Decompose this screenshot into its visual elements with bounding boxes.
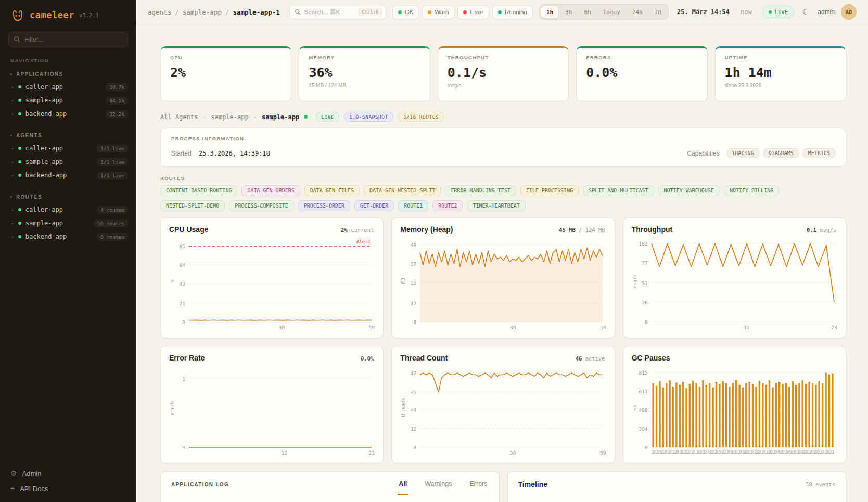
sidebar-item-backend-app[interactable]: ▸ backend-app 32.2k (0, 107, 136, 121)
status-dot (398, 10, 402, 14)
sidebar-section-header[interactable]: APPLICATIONS (0, 70, 136, 80)
sidebar-item-sample-app[interactable]: ▸ sample-app 16 routes (0, 216, 136, 230)
tab-errors[interactable]: Errors (468, 480, 488, 495)
tab-all[interactable]: All (398, 480, 408, 495)
x-tick-label: 23 (831, 325, 837, 330)
search-icon (14, 36, 20, 43)
agent-crumb[interactable]: sample-app (211, 113, 248, 121)
status-filter-running[interactable]: Running (492, 5, 533, 19)
search-input[interactable]: Search... ⌘K Ctrl+K (289, 5, 386, 19)
time-range-today[interactable]: Today (597, 6, 626, 18)
y-tick-label: 611 (639, 389, 647, 394)
sidebar-item-backend-app[interactable]: ▸ backend-app 1/1 live (0, 169, 136, 182)
time-range-6h[interactable]: 6h (578, 6, 596, 18)
sidebar-section-header[interactable]: AGENTS (0, 131, 136, 141)
chart-plot: 0122537493059 (420, 240, 603, 322)
status-filter-label: OK (405, 9, 414, 15)
route-chip-route2[interactable]: ROUTE2 (432, 200, 463, 211)
chart-card-gc-pauses: GC Pauses ms 020440861181520:28:0820:28:… (623, 346, 846, 464)
chart-canvas (189, 368, 372, 447)
chevron-right-icon: ▸ (11, 98, 14, 103)
x-tick-label: 12 (744, 325, 749, 330)
stats-row: CPU 2% MEMORY 36% 45 MB / 124 MB THROUGH… (160, 46, 846, 101)
time-range-3h[interactable]: 3h (559, 6, 578, 18)
route-chip-notify-billing[interactable]: NOTIFY-BILLING (724, 185, 779, 196)
admin-label: Admin (22, 470, 42, 478)
sidebar-item-caller-app[interactable]: ▸ caller-app 1/1 live (0, 141, 136, 155)
breadcrumb-item-sample-app-1[interactable]: sample-app-1 (233, 8, 279, 16)
timeline-title: Timeline (518, 480, 548, 488)
breadcrumb-item-sample-app[interactable]: sample-app (183, 8, 222, 16)
chart-card-cpu-usage: CPU Usage 2% current % 021436485Alert305… (160, 217, 384, 338)
logo[interactable]: cameleer v3.2.1 (0, 0, 136, 28)
sidebar-section-header[interactable]: ROUTES (0, 192, 136, 203)
sidebar-section: AGENTS ▸ caller-app 1/1 live ▸ sample-ap… (0, 131, 136, 182)
date-text: 25. März (677, 8, 707, 16)
sidebar-item-api-docs[interactable]: ≡ API Docs (10, 484, 126, 493)
menu-icon: ≡ (10, 484, 15, 493)
dark-mode-toggle[interactable]: ☾ (800, 6, 811, 18)
timeline-card: Timeline 50 events (507, 471, 847, 502)
time-window-display[interactable]: 25. März 14:54 — now (677, 8, 752, 16)
breadcrumb: agents/sample-app/sample-app-1 (148, 8, 280, 16)
route-chip-notify-warehouse[interactable]: NOTIFY-WAREHOUSE (658, 185, 720, 196)
capability-chips: TRACINGDIAGRAMSMETRICS (727, 148, 835, 158)
y-tick-label: 49 (411, 242, 416, 248)
status-dot (18, 112, 21, 115)
sidebar-item-sample-app[interactable]: ▸ sample-app 1/1 live (0, 155, 136, 169)
filter-input[interactable] (8, 32, 128, 47)
capability-chip-diagrams[interactable]: DIAGRAMS (763, 148, 799, 158)
charts-grid: CPU Usage 2% current % 021436485Alert305… (160, 217, 846, 464)
capability-chip-metrics[interactable]: METRICS (803, 148, 835, 158)
x-tick-label: 30 (279, 325, 285, 330)
breadcrumb-item-agents[interactable]: agents (148, 8, 171, 16)
agent-name[interactable]: sample-app (262, 113, 299, 121)
sidebar-section: APPLICATIONS ▸ caller-app 10.7k ▸ sample… (0, 70, 136, 121)
avatar[interactable]: AD (841, 4, 857, 20)
sidebar-item-sample-app[interactable]: ▸ sample-app 84.1k (0, 94, 136, 107)
started-label: Started (171, 150, 192, 157)
route-chip-data-gen-orders[interactable]: DATA-GEN-ORDERS (241, 185, 300, 196)
route-chip-process-composite[interactable]: PROCESS-COMPOSITE (229, 200, 293, 211)
sidebar-item-admin[interactable]: ⚙ Admin (10, 469, 126, 478)
stat-card-errors: ERRORS 0.0% (576, 46, 707, 101)
chevron-right-icon: ▸ (11, 85, 14, 89)
live-toggle[interactable]: LIVE (762, 6, 794, 18)
status-filter-error[interactable]: Error (457, 5, 489, 19)
time-range-7d[interactable]: 7d (649, 6, 667, 18)
sidebar-item-backend-app[interactable]: ▸ backend-app 6 routes (0, 230, 136, 243)
separator: · (253, 113, 257, 121)
status-filter-warn[interactable]: Warn (422, 5, 454, 19)
chart-plot: 02651771021223 (652, 240, 834, 322)
sidebar-item-caller-app[interactable]: ▸ caller-app 10.7k (0, 80, 136, 94)
route-chip-content-based-routing[interactable]: CONTENT-BASED-ROUTING (160, 185, 237, 196)
time-range-1h[interactable]: 1h (541, 6, 559, 18)
route-chip-split-and-multicast[interactable]: SPLIT-AND-MULTICAST (583, 185, 654, 196)
route-chip-data-gen-files[interactable]: DATA-GEN-FILES (304, 185, 360, 196)
route-chip-route1[interactable]: ROUTE1 (398, 200, 428, 211)
x-tick-label: 30 (510, 325, 516, 330)
route-chip-get-order[interactable]: GET-ORDER (354, 200, 394, 211)
agent-crumb[interactable]: All Agents (160, 113, 198, 121)
status-filter-label: Running (505, 9, 527, 15)
time-range-24h[interactable]: 24h (627, 6, 648, 18)
status-filter-ok[interactable]: OK (392, 5, 419, 19)
chevron-right-icon: ▸ (11, 173, 14, 178)
capability-chip-tracing[interactable]: TRACING (727, 148, 759, 158)
status-filter-label: Error (470, 9, 483, 15)
y-tick-label: 35 (411, 389, 416, 395)
y-tick-label: 24 (411, 407, 416, 413)
chart-y-axis-label: ms (632, 368, 638, 447)
route-chip-process-order[interactable]: PROCESS-ORDER (298, 200, 350, 211)
chart-card-error-rate: Error Rate 0.0% err/h 011223 (160, 346, 384, 464)
agent-breadcrumb: All Agents·sample-app·sample-app (160, 113, 308, 121)
route-chip-timer-heartbeat[interactable]: TIMER-HEARTBEAT (467, 200, 525, 211)
y-tick-label: 85 (180, 243, 185, 249)
route-chip-file-processing[interactable]: FILE-PROCESSING (520, 185, 579, 196)
sidebar-item-caller-app[interactable]: ▸ caller-app 4 routes (0, 203, 136, 216)
route-chip-data-gen-nested-split[interactable]: DATA-GEN-NESTED-SPLIT (364, 185, 441, 196)
route-chip-nested-split-demo[interactable]: NESTED-SPLIT-DEMO (160, 200, 225, 211)
route-chip-error-handling-test[interactable]: ERROR-HANDLING-TEST (445, 185, 516, 196)
tab-warnings[interactable]: Warnings (424, 480, 453, 495)
sidebar-item-badge: 10.7k (106, 83, 128, 91)
